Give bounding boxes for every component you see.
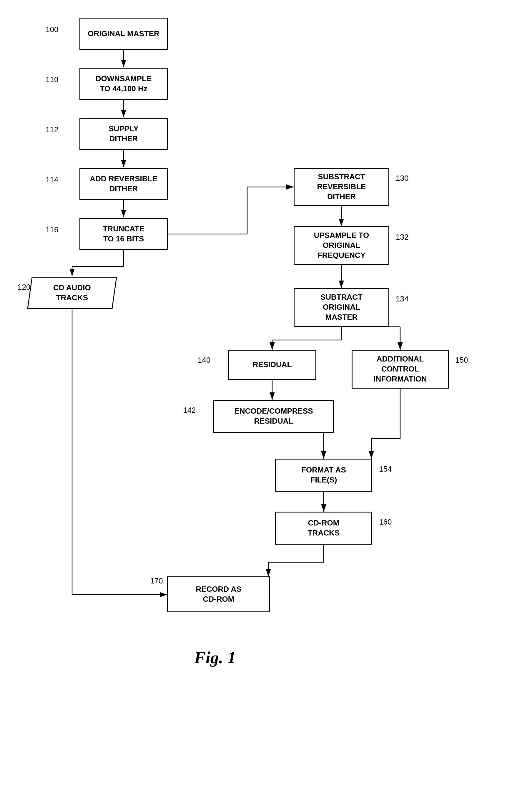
label-116: 116 bbox=[46, 225, 58, 234]
diagram-container: ORIGINAL MASTER 100 DOWNSAMPLETO 44,100 … bbox=[0, 0, 532, 786]
label-112: 112 bbox=[46, 125, 58, 134]
node-114: ADD REVERSIBLEDITHER bbox=[79, 168, 168, 200]
label-120: 120 bbox=[18, 283, 30, 292]
node-160: CD-ROMTRACKS bbox=[275, 512, 372, 545]
node-110: DOWNSAMPLETO 44,100 Hz bbox=[79, 68, 168, 100]
label-132: 132 bbox=[396, 233, 408, 242]
label-150: 150 bbox=[455, 355, 468, 365]
node-154: FORMAT ASFILE(S) bbox=[275, 459, 372, 492]
node-130: SUBSTRACTREVERSIBLEDITHER bbox=[294, 168, 389, 206]
node-116: TRUNCATETO 16 BITS bbox=[79, 218, 168, 250]
label-134: 134 bbox=[396, 294, 408, 303]
node-120: CD AUDIOTRACKS bbox=[27, 277, 117, 309]
label-100: 100 bbox=[46, 25, 58, 34]
node-170: RECORD ASCD-ROM bbox=[167, 576, 270, 612]
label-142: 142 bbox=[183, 406, 196, 415]
label-110: 110 bbox=[46, 75, 58, 84]
node-100: ORIGINAL MASTER bbox=[79, 18, 168, 50]
label-140: 140 bbox=[198, 355, 210, 365]
node-142: ENCODE/COMPRESSRESIDUAL bbox=[213, 400, 334, 433]
label-160: 160 bbox=[379, 517, 392, 527]
label-130: 130 bbox=[396, 174, 408, 183]
label-154: 154 bbox=[379, 465, 392, 473]
node-134: SUBTRACTORIGINALMASTER bbox=[294, 288, 389, 327]
node-140: RESIDUAL bbox=[228, 350, 316, 380]
node-150: ADDITIONALCONTROLINFORMATION bbox=[352, 350, 449, 389]
figure-caption: Fig. 1 bbox=[194, 648, 236, 667]
label-170: 170 bbox=[150, 576, 163, 585]
label-114: 114 bbox=[46, 175, 58, 184]
node-112: SUPPLYDITHER bbox=[79, 118, 168, 150]
node-132: UPSAMPLE TOORIGINALFREQUENCY bbox=[294, 226, 389, 265]
